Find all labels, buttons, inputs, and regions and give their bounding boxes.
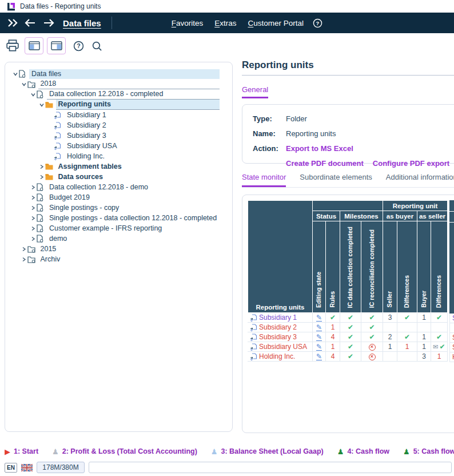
language-badge[interactable]: EN [5,463,17,473]
tree-item-archiv[interactable]: Archiv [5,254,232,264]
doc-icon [36,183,46,191]
forward-arrow-icon[interactable] [41,18,56,27]
chevron-down-icon[interactable] [39,102,45,108]
create-pdf-link[interactable]: Create PDF document [286,156,364,171]
tree-item-2018[interactable]: 2018 [5,79,232,89]
chevron-down-icon[interactable] [21,82,27,87]
menu-extras[interactable]: Extras [214,19,236,27]
table-row-subsidiary-1: Subsidiary 1✎✔✔✔3✔1✔ [248,313,448,323]
folder-gear-icon [27,81,37,88]
doc-icon [36,204,46,212]
cell-value: 3 [388,314,392,322]
nav-help-icon[interactable]: ? [313,18,322,28]
tree-item-subsidiary-1[interactable]: Subsidiary 1 [5,110,232,120]
tree-item-demo[interactable]: demo [5,233,232,244]
state-cell: 1 [326,323,340,332]
tab-additional-information[interactable]: Additional information [386,173,454,187]
tab-subordinate-elements[interactable]: Subordinate elements [300,173,372,187]
shortcut-5-cash-flow-direct-meth[interactable]: ♟5: Cash flow (direct meth [403,447,454,455]
tree-item-data-files[interactable]: Data files [5,69,232,79]
cutoff-cell [449,323,454,333]
toolbar-help-icon[interactable]: ? [71,39,85,53]
shortcut-4-cash-flow[interactable]: ♟4: Cash flow [337,447,389,455]
tree-item-label: 2018 [38,79,220,89]
shortcut-1-start[interactable]: ▶1: Start [5,447,38,455]
configure-pdf-link[interactable]: Configure PDF export [373,156,449,171]
state-cell: ✔ [361,313,383,323]
state-cell: 1 [326,342,340,352]
unit-name: Subsidiary 1 [259,313,297,322]
row-name-cell[interactable]: Subsidiary 3 [248,332,313,342]
tree-item-data-collection-12-2018-completed[interactable]: Data collection 12.2018 - completed [5,89,232,100]
row-name-cell[interactable]: Holding Inc. [248,352,313,362]
cutoff-cell: S [449,314,454,323]
band-empty [313,201,383,211]
unit-icon [250,334,257,341]
back-arrow-icon[interactable] [23,18,38,27]
tree-item-budget-2019[interactable]: Budget 2019 [5,192,232,203]
export-excel-link[interactable]: Export to MS Excel [286,141,353,156]
chevron-right-icon[interactable] [30,185,36,190]
nav-bar: Data files FavoritesExtrasCustomer Porta… [0,13,454,33]
edit-pencil-icon[interactable]: ✎ [316,344,322,351]
chevron-right-icon[interactable] [30,216,36,221]
chevron-right-icon[interactable] [30,205,36,211]
chevron-down-icon[interactable] [30,92,36,97]
menu-customer-portal[interactable]: Customer Portal [248,19,304,27]
tree-item-reporting-units[interactable]: Reporting units [5,100,232,110]
unit-icon [54,122,63,129]
check-icon: ✔ [436,333,442,341]
search-icon[interactable] [90,39,103,53]
check-icon: ✔ [436,314,442,322]
tab-state-monitor[interactable]: State monitor [242,173,286,187]
chevron-right-icon[interactable] [39,174,45,180]
tree-item-subsidiary-2[interactable]: Subsidiary 2 [5,120,232,130]
unit-name: Subsidiary 2 [259,323,297,332]
tree-item-label: Archiv [38,255,220,264]
check-icon: ✔ [369,314,375,322]
tree-item-customer-example-ifrs-reporting[interactable]: Customer example - IFRS reporting [5,223,232,233]
cutoff-cell: S [449,333,454,343]
edit-pencil-icon[interactable]: ✎ [316,354,322,360]
shortcut-3-balance-sheet-local-gaap[interactable]: ♟3: Balance Sheet (Local Gaap) [211,447,324,455]
chevron-right-icon[interactable] [21,247,27,252]
doc-icon [36,193,46,201]
menu-favorites[interactable]: Favorites [172,19,204,27]
chevron-down-icon[interactable] [12,72,18,77]
shortcut-label: 4: Cash flow [347,447,389,455]
row-name-cell[interactable]: Subsidiary USA [248,342,313,352]
memory-indicator[interactable]: 178M/380M [37,462,85,473]
tab-general[interactable]: General [242,85,268,98]
tree-item-subsidiary-3[interactable]: Subsidiary 3 [5,130,232,141]
expand-menu-icon[interactable] [6,18,21,27]
cutoff-cell: H [449,352,454,362]
shortcut-label: 2: Profit & Loss (Total Cost Accounting) [62,447,197,455]
tree-item-holding-inc[interactable]: Holding Inc. [5,151,232,161]
row-name-cell[interactable]: Subsidiary 2 [248,323,313,332]
tree-item-single-postings-data-collection-12-2018-completed[interactable]: Single postings - data collection 12.201… [5,213,232,223]
layout-left-pane-button[interactable] [25,37,43,54]
chevron-right-icon[interactable] [21,257,27,262]
tree-item-data-sources[interactable]: Data sources [5,172,232,182]
print-icon[interactable] [5,38,20,53]
layout-right-pane-button[interactable] [47,37,66,54]
edit-pencil-icon[interactable]: ✎ [316,324,322,331]
chevron-right-icon[interactable] [39,164,45,169]
window-title: Data files - Reporting units [20,2,101,10]
shortcut-2-profit-loss-total-cost-accounting[interactable]: ♟2: Profit & Loss (Total Cost Accounting… [52,447,197,455]
table-row-subsidiary-2: Subsidiary 2✎1✔✔ [248,323,448,332]
edit-pencil-icon[interactable]: ✎ [316,315,322,322]
tree-item-single-postings-copy[interactable]: Single postings - copy [5,203,232,213]
chevron-right-icon[interactable] [30,226,36,231]
pawn-icon: ♟ [52,448,59,455]
state-cell: ✔ [397,332,417,342]
chevron-right-icon[interactable] [30,195,36,200]
chevron-right-icon[interactable] [30,236,36,241]
tree-item-data-collection-12-2018-demo[interactable]: Data collection 12.2018 - demo [5,182,232,192]
breadcrumb[interactable]: Data files [63,18,101,28]
tree-item-subsidiary-usa[interactable]: Subsidiary USA [5,141,232,151]
edit-pencil-icon[interactable]: ✎ [316,334,322,341]
tree-item-assignment-tables[interactable]: Assignment tables [5,161,232,172]
row-name-cell[interactable]: Subsidiary 1 [248,313,313,323]
tree-item-2015[interactable]: 2015 [5,244,232,254]
